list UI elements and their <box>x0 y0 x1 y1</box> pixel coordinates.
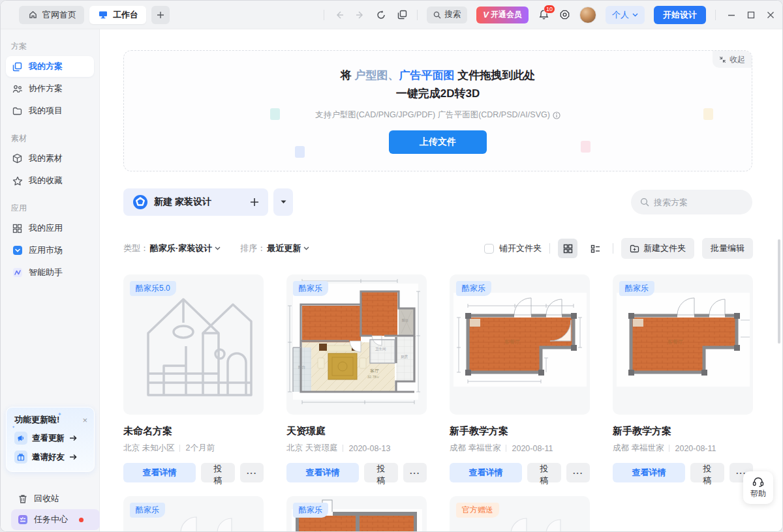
project-thumbnail[interactable]: 酷家乐 <box>286 496 427 532</box>
batch-edit-button[interactable]: 批量编辑 <box>702 238 753 259</box>
room-label-balcony2: 阳台 <box>402 318 408 323</box>
sidebar-item-app-market[interactable]: 应用市场 <box>6 240 94 261</box>
view-updates-link[interactable]: 查看更新 <box>14 432 87 445</box>
project-thumbnail[interactable]: 酷家乐 <box>613 274 753 415</box>
collapse-dropzone-button[interactable]: 收起 <box>713 51 752 68</box>
more-button[interactable]: ··· <box>240 463 264 482</box>
notifications-button[interactable]: 10 <box>538 9 549 21</box>
section-label-apps: 应用 <box>11 203 99 214</box>
project-title[interactable]: 新手教学方案 <box>450 425 590 437</box>
sidebar-item-my-plans[interactable]: 我的方案 <box>6 56 94 77</box>
upload-dropzone[interactable]: 收起 将 户型图、广告平面图 文件拖拽到此处 一键完成2D转3D 支持户型图(C… <box>123 50 752 171</box>
invite-friends-link[interactable]: 邀请好友 <box>14 451 87 464</box>
list-view-button[interactable] <box>585 239 605 258</box>
search-icon <box>433 11 441 19</box>
sidebar-item-my-projects[interactable]: 我的项目 <box>6 100 94 121</box>
sidebar-item-recycle-bin[interactable]: 回收站 <box>11 488 100 509</box>
divider <box>324 10 324 20</box>
new-design-label: 新建 家装设计 <box>154 196 211 208</box>
start-design-button[interactable]: 开始设计 <box>654 6 706 24</box>
minimize-button[interactable] <box>728 11 735 19</box>
new-folder-button[interactable]: 新建文件夹 <box>621 238 694 259</box>
card-actions: 查看详情 投稿 ··· <box>286 463 427 482</box>
expand-folders-checkbox[interactable] <box>484 244 494 254</box>
project-thumbnail[interactable]: 酷家乐 <box>286 274 427 415</box>
settings-button[interactable] <box>559 9 570 21</box>
close-icon[interactable]: × <box>82 416 87 424</box>
project-meta: 成都 幸福世家 2020-08-11 <box>613 443 753 454</box>
sidebar-item-task-center[interactable]: 任务中心 <box>11 509 100 530</box>
sidebar-item-label: 智能助手 <box>29 267 63 278</box>
more-button[interactable]: ··· <box>566 463 590 482</box>
submit-button[interactable]: 投稿 <box>527 463 561 482</box>
info-icon[interactable] <box>553 111 560 119</box>
close-button[interactable] <box>767 11 775 19</box>
tab-home-label: 官网首页 <box>42 9 76 21</box>
new-design-button[interactable]: 新建 家装设计 <box>123 188 268 216</box>
project-badge: 酷家乐 <box>293 503 328 518</box>
back-button[interactable] <box>333 9 345 21</box>
sidebar-item-label: 任务中心 <box>34 514 68 525</box>
new-tab-button[interactable] <box>151 6 170 24</box>
sidebar-item-ai-assistant[interactable]: 智能助手 <box>6 262 94 283</box>
forward-button[interactable] <box>354 9 366 21</box>
meta-separator <box>343 445 343 452</box>
profile-menu-button[interactable]: 个人 <box>606 6 645 24</box>
sort-filter-label: 排序： <box>240 243 266 254</box>
project-date: 2020-08-13 <box>348 444 390 453</box>
type-filter-dropdown[interactable]: 酷家乐·家装设计 <box>150 243 221 254</box>
project-thumbnail[interactable]: 酷家乐5.0 <box>123 274 264 415</box>
new-design-dropdown-button[interactable] <box>273 188 293 216</box>
ad-plan-type-link[interactable]: 广告平面图 <box>399 69 455 81</box>
help-button[interactable]: 帮助 <box>743 471 773 504</box>
sidebar-item-my-apps[interactable]: 我的应用 <box>6 218 94 239</box>
project-thumbnail[interactable]: 官方赠送 <box>450 496 590 532</box>
tab-workspace[interactable]: 工作台 <box>89 6 146 24</box>
project-card: 酷家乐 <box>123 496 264 532</box>
scrollbar-thumb[interactable] <box>778 239 780 344</box>
project-thumbnail[interactable]: 酷家乐 <box>123 496 264 532</box>
sidebar-item-my-materials[interactable]: 我的素材 <box>6 148 94 169</box>
view-details-button[interactable]: 查看详情 <box>286 463 359 482</box>
grid-view-button[interactable] <box>558 239 577 258</box>
duplicate-tab-button[interactable] <box>396 9 408 21</box>
user-avatar[interactable] <box>579 7 596 23</box>
upload-file-button[interactable]: 上传文件 <box>389 130 487 154</box>
project-card: 酷家乐 <box>450 274 590 482</box>
vip-button[interactable]: V 开通会员 <box>476 7 529 23</box>
project-title[interactable]: 未命名方案 <box>123 425 264 437</box>
more-button[interactable]: ··· <box>403 463 427 482</box>
floorplan-type-link[interactable]: 户型图、 <box>355 69 399 81</box>
people-icon <box>12 83 23 95</box>
project-card: 酷家乐 <box>286 274 427 482</box>
project-title[interactable]: 新手教学方案 <box>613 425 753 437</box>
plan-search-input[interactable] <box>654 198 739 207</box>
project-location: 北京 未知小区 <box>123 443 174 454</box>
divider <box>549 243 550 254</box>
submit-button[interactable]: 投稿 <box>364 463 398 482</box>
tab-home[interactable]: 官网首页 <box>19 6 84 24</box>
sidebar-item-collab-plans[interactable]: 协作方案 <box>6 78 94 99</box>
folder-icon <box>12 106 23 117</box>
sort-filter-dropdown[interactable]: 最近更新 <box>267 243 309 254</box>
megaphone-icon <box>14 432 27 445</box>
file-type-decoration <box>270 108 280 120</box>
home-icon <box>27 9 38 21</box>
view-details-button[interactable]: 查看详情 <box>123 463 196 482</box>
sidebar-item-my-favorites[interactable]: 我的收藏 <box>6 170 94 191</box>
project-title[interactable]: 天资璟庭 <box>286 425 427 437</box>
view-details-button[interactable]: 查看详情 <box>450 463 522 482</box>
maximize-button[interactable] <box>747 11 755 19</box>
tab-workspace-label: 工作台 <box>113 9 138 21</box>
project-card: 官方赠送 <box>450 496 590 532</box>
global-search-button[interactable]: 搜索 <box>427 7 467 23</box>
refresh-button[interactable] <box>375 9 387 21</box>
file-type-decoration <box>295 146 305 158</box>
project-card: 酷家乐 <box>613 274 753 482</box>
project-thumbnail[interactable]: 酷家乐 <box>450 274 590 415</box>
view-details-button[interactable]: 查看详情 <box>613 463 685 482</box>
submit-button[interactable]: 投稿 <box>201 463 235 482</box>
dropzone-subtitle-bold: 一键完成2D转3D <box>124 86 752 101</box>
pages-icon <box>12 61 23 72</box>
submit-button[interactable]: 投稿 <box>690 463 724 482</box>
